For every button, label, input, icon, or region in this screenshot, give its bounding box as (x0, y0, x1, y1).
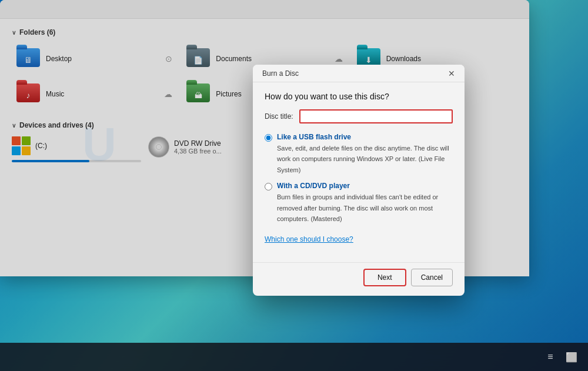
disc-title-input[interactable] (299, 109, 453, 123)
option-cd-label[interactable]: With a CD/DVD player Burn files in group… (265, 182, 453, 223)
option-cd-desc: Burn files in groups and individual file… (277, 193, 438, 222)
option-usb-radio[interactable] (265, 134, 272, 142)
dialog-question: How do you want to use this disc? (265, 92, 453, 101)
dialog-title: Burn a Disc (262, 69, 299, 78)
option-usb-title: Like a USB flash drive (277, 133, 453, 141)
burn-disc-dialog: Burn a Disc ✕ How do you want to use thi… (253, 65, 465, 296)
cancel-button[interactable]: Cancel (411, 269, 453, 286)
dialog-body: How do you want to use this disc? Disc t… (253, 82, 465, 262)
option-cd-content: With a CD/DVD player Burn files in group… (277, 182, 453, 223)
option-usb-content: Like a USB flash drive Save, edit, and d… (277, 133, 453, 175)
option-cd-dvd: With a CD/DVD player Burn files in group… (265, 182, 453, 223)
dialog-titlebar: Burn a Disc ✕ (253, 65, 465, 82)
option-usb-label[interactable]: Like a USB flash drive Save, edit, and d… (265, 133, 453, 175)
disc-title-row: Disc title: (265, 109, 453, 123)
option-cd-title: With a CD/DVD player (277, 182, 453, 190)
next-button[interactable]: Next (363, 269, 406, 286)
help-link[interactable]: Which one should I choose? (265, 235, 353, 243)
disc-title-label: Disc title: (265, 112, 293, 121)
option-cd-radio[interactable] (265, 183, 272, 190)
dialog-close-button[interactable]: ✕ (446, 68, 457, 79)
option-usb-desc: Save, edit, and delete files on the disc… (277, 145, 449, 173)
option-usb-flash: Like a USB flash drive Save, edit, and d… (265, 133, 453, 175)
dialog-footer: Next Cancel (253, 262, 465, 296)
